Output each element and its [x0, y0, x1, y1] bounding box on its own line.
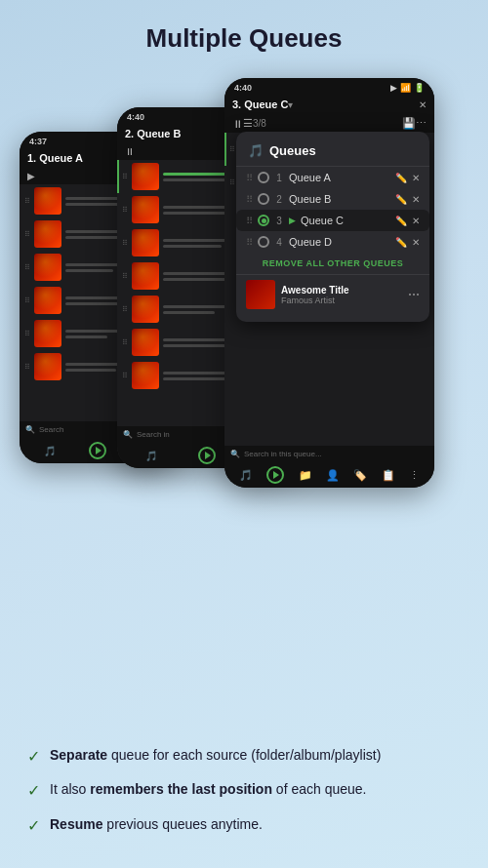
- phone1-queue-name: 1. Queue A: [27, 152, 83, 164]
- page-title: Multiple Queues: [0, 0, 488, 63]
- queue-num-c: 3: [274, 216, 284, 226]
- queue-item-a[interactable]: ⠿ 1 Queue A ✏️ ✕: [236, 167, 429, 188]
- feature-item-2: ✓ It also remembers the last position of…: [27, 779, 461, 802]
- phone2-time: 4:40: [127, 112, 144, 122]
- phone-3: 4:40 ▶ 📶 🔋 3. Queue C ▾ ✕ ⏸ ☰ 3/8: [224, 78, 434, 488]
- phone2-search-label: Search in: [137, 430, 170, 439]
- phones-container: 4:37 ▶ 1. Queue A ▶ ☰ ⠿ ⠿: [0, 73, 488, 541]
- track-count: 3/8: [253, 118, 266, 129]
- feature-text-1: Separate queue for each source (folder/a…: [50, 745, 381, 765]
- queue-radio-b[interactable]: [258, 193, 269, 205]
- queue-radio-c[interactable]: [258, 215, 269, 226]
- feature-item-3: ✓ Resume previous queues anytime.: [27, 814, 461, 837]
- queues-popup-title: Queues: [269, 143, 316, 158]
- phone2-queue-name: 2. Queue B: [125, 128, 181, 139]
- queue-name-a: Queue A: [289, 172, 390, 183]
- queue-item-b[interactable]: ⠿ 2 Queue B ✏️ ✕: [236, 188, 429, 210]
- features-section: ✓ Separate queue for each source (folder…: [0, 730, 488, 868]
- more-options-icon[interactable]: ⋯: [408, 288, 420, 301]
- queue-edit-c[interactable]: ✏️: [395, 216, 407, 226]
- now-playing-mini: Awesome Title Famous Artist ⋯: [236, 274, 429, 314]
- queue-num-b: 2: [274, 194, 284, 205]
- queue-delete-b[interactable]: ✕: [412, 194, 420, 205]
- search-icon: 🔍: [230, 450, 240, 458]
- remove-all-button[interactable]: REMOVE ALL OTHER QUEUES: [236, 253, 429, 274]
- queues-popup: 🎵 Queues ⠿ 1 Queue A ✏️ ✕ ⠿: [236, 132, 429, 322]
- phone1-search-label: Search: [39, 425, 63, 434]
- check-icon-3: ✓: [27, 815, 40, 837]
- phone3-queue-name: 3. Queue C: [232, 99, 288, 110]
- queue-edit-b[interactable]: ✏️: [395, 194, 407, 205]
- queue-edit-d[interactable]: ✏️: [395, 237, 407, 248]
- phone3-search[interactable]: 🔍 Search in this queue...: [224, 446, 434, 462]
- queue-delete-d[interactable]: ✕: [412, 237, 420, 248]
- phone3-search-label: Search in this queue...: [244, 450, 322, 458]
- queue-name-b: Queue B: [289, 193, 390, 205]
- check-icon-2: ✓: [27, 780, 40, 802]
- queue-num-a: 1: [274, 173, 284, 183]
- now-playing-artist: Famous Artist: [281, 296, 402, 305]
- queue-delete-a[interactable]: ✕: [412, 173, 420, 183]
- check-icon-1: ✓: [27, 746, 40, 768]
- now-playing-thumbnail: [246, 280, 275, 309]
- queue-name-c: Queue C: [301, 215, 390, 226]
- queue-radio-a[interactable]: [258, 172, 269, 183]
- queue-edit-a[interactable]: ✏️: [395, 173, 407, 183]
- queue-delete-c[interactable]: ✕: [412, 216, 420, 226]
- queue-name-d: Queue D: [289, 236, 390, 248]
- feature-item-1: ✓ Separate queue for each source (folder…: [27, 745, 461, 768]
- queue-radio-d[interactable]: [258, 236, 269, 248]
- phone3-bottom-nav: 🎵 📁 👤 🏷️ 📋 ⋮: [224, 462, 434, 488]
- queue-num-d: 4: [274, 237, 284, 248]
- queue-item-d[interactable]: ⠿ 4 Queue D ✏️ ✕: [236, 231, 429, 253]
- phone3-time: 4:40: [234, 83, 252, 93]
- phone1-time: 4:37: [29, 137, 47, 146]
- queue-item-c[interactable]: ⠿ 3 ▶ Queue C ✏️ ✕: [236, 210, 429, 231]
- now-playing-title: Awesome Title: [281, 285, 402, 296]
- feature-text-3: Resume previous queues anytime.: [50, 814, 263, 834]
- feature-text-2: It also remembers the last position of e…: [50, 779, 367, 799]
